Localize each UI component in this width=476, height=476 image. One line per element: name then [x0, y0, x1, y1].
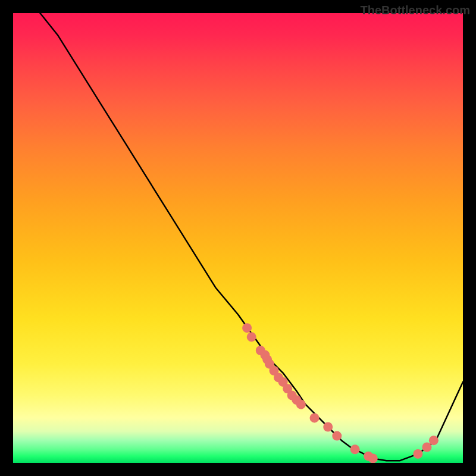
data-point — [368, 453, 378, 463]
data-point — [310, 413, 320, 422]
chart-svg — [13, 13, 463, 463]
plot-area — [13, 13, 463, 463]
data-point — [242, 323, 252, 333]
data-point — [350, 444, 360, 454]
data-point — [323, 422, 333, 432]
data-point — [296, 400, 306, 409]
chart-container: TheBottleneck.com — [0, 0, 476, 476]
data-point — [247, 332, 256, 342]
curve-line — [40, 13, 463, 461]
data-point — [422, 443, 432, 452]
watermark-text: TheBottleneck.com — [361, 4, 470, 17]
scatter-points — [242, 323, 439, 463]
data-point — [429, 436, 439, 445]
data-point — [332, 431, 342, 441]
data-point — [413, 449, 422, 459]
